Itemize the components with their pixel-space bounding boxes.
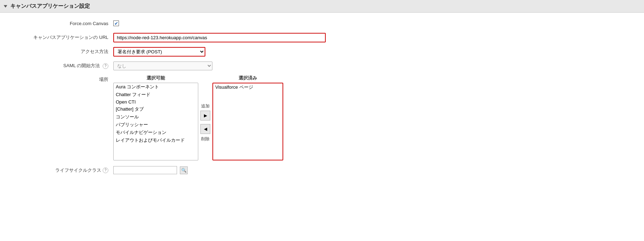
remove-label: 削除: [201, 136, 210, 142]
access-method-select[interactable]: 署名付き要求 (POST) OAuth ウェブフロー OAuth ユーザーエージ…: [113, 47, 205, 57]
access-method-control: 署名付き要求 (POST) OAuth ウェブフロー OAuth ユーザーエージ…: [113, 47, 644, 57]
location-control: 選択可能 Aura コンポーネント Chatter フィード Open CTI …: [113, 75, 644, 160]
available-list-title: 選択可能: [147, 75, 165, 81]
collapse-icon[interactable]: [4, 5, 7, 7]
canvas-url-label: キャンバスアプリケーションの URL: [0, 34, 113, 41]
available-item-6: モバイルナビゲーション: [114, 129, 198, 136]
canvas-url-input[interactable]: https://node-red-123.herokuapp.com/canva…: [113, 33, 326, 42]
available-listbox[interactable]: Aura コンポーネント Chatter フィード Open CTI [Chat…: [113, 83, 198, 160]
location-row: 場所 選択可能 Aura コンポーネント Chatter フィード Open C…: [0, 75, 644, 160]
available-list-container: 選択可能 Aura コンポーネント Chatter フィード Open CTI …: [113, 75, 198, 160]
saml-method-row: SAML の開始方法 ? なし: [0, 61, 644, 71]
location-label: 場所: [0, 75, 113, 83]
lifecycle-search-button[interactable]: 🔍: [180, 166, 188, 174]
available-item-5: パブリッシャー: [114, 121, 198, 129]
lifecycle-control: 🔍: [113, 166, 644, 174]
selected-list-title: 選択済み: [239, 75, 257, 81]
lifecycle-help-icon[interactable]: ?: [103, 167, 108, 173]
saml-method-select[interactable]: なし: [113, 61, 212, 70]
forcecom-canvas-row: Force.com Canvas: [0, 18, 644, 28]
section-title: キャンバスアプリケーション設定: [10, 3, 90, 10]
lifecycle-label: ライフサイクルクラス ?: [0, 167, 113, 174]
form-area: Force.com Canvas キャンバスアプリケーションの URL http…: [0, 13, 644, 180]
available-item-1: Chatter フィード: [114, 91, 198, 99]
saml-help-icon[interactable]: ?: [103, 63, 108, 69]
selected-list-container: 選択済み Visualforce ページ: [212, 75, 283, 160]
forcecom-canvas-checkbox[interactable]: [113, 20, 119, 26]
available-item-7: レイアウトおよびモバイルカード: [114, 136, 198, 144]
selected-listbox[interactable]: Visualforce ページ: [212, 83, 283, 160]
remove-button[interactable]: ◀: [200, 124, 210, 134]
available-item-4: コンソール: [114, 113, 198, 121]
location-wrapper: 選択可能 Aura コンポーネント Chatter フィード Open CTI …: [113, 75, 283, 160]
forcecom-canvas-label: Force.com Canvas: [0, 21, 113, 26]
add-remove-col: 追加 ▶ ◀ 削除: [198, 75, 212, 142]
saml-method-label: SAML の開始方法 ?: [0, 63, 113, 69]
lifecycle-row: ライフサイクルクラス ? 🔍: [0, 166, 644, 174]
page-wrapper: キャンバスアプリケーション設定 Force.com Canvas キャンバスアプ…: [0, 0, 644, 241]
access-method-row: アクセス方法 署名付き要求 (POST) OAuth ウェブフロー OAuth …: [0, 47, 644, 57]
canvas-url-control: https://node-red-123.herokuapp.com/canva…: [113, 33, 644, 42]
section-header: キャンバスアプリケーション設定: [0, 0, 644, 13]
lifecycle-input[interactable]: [113, 166, 177, 174]
available-item-2: Open CTI: [114, 99, 198, 105]
add-button[interactable]: ▶: [200, 111, 210, 120]
canvas-url-row: キャンバスアプリケーションの URL https://node-red-123.…: [0, 33, 644, 42]
forcecom-canvas-control: [113, 20, 644, 26]
saml-method-control: なし: [113, 61, 644, 70]
selected-item-0: Visualforce ページ: [213, 83, 283, 91]
available-item-3: [Chatter] タブ: [114, 105, 198, 113]
access-method-label: アクセス方法: [0, 48, 113, 55]
available-item-0: Aura コンポーネント: [114, 83, 198, 91]
add-label: 追加: [201, 103, 210, 109]
